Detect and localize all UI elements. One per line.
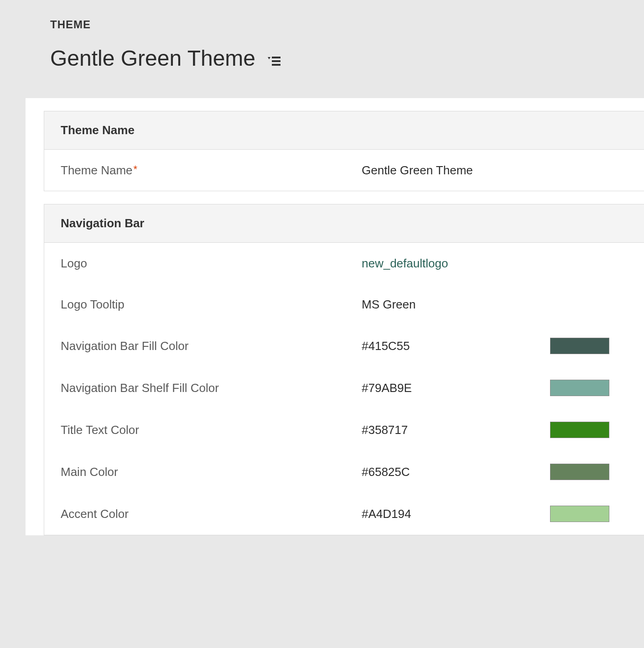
page-header: THEME Gentle Green Theme	[0, 0, 644, 98]
field-theme-name: Theme Name* Gentle Green Theme	[44, 150, 644, 191]
field-logo: Logo new_defaultlogo	[44, 243, 644, 284]
field-label-main-color: Main Color	[61, 465, 362, 479]
field-main-color: Main Color #65825C	[44, 451, 644, 493]
field-value-nav-shelf-fill-color[interactable]: #79AB9E	[362, 380, 628, 396]
field-label-nav-fill-color: Navigation Bar Fill Color	[61, 339, 362, 353]
svg-marker-0	[268, 57, 270, 59]
value-text-nav-fill-color: #415C55	[362, 339, 550, 353]
svg-rect-3	[272, 64, 280, 66]
field-title-text-color: Title Text Color #358717	[44, 409, 644, 451]
swatch-nav-shelf-fill-color[interactable]	[550, 380, 609, 396]
field-label-accent-color: Accent Color	[61, 507, 362, 521]
field-label-logo: Logo	[61, 256, 362, 271]
page-title: Gentle Green Theme	[50, 46, 255, 71]
value-text-title-text-color: #358717	[362, 423, 550, 437]
svg-rect-2	[272, 60, 280, 62]
svg-rect-1	[272, 57, 280, 58]
required-asterisk: *	[134, 163, 138, 175]
field-value-accent-color[interactable]: #A4D194	[362, 506, 628, 522]
section-theme-name: Theme Name Theme Name* Gentle Green Them…	[44, 111, 644, 191]
swatch-accent-color[interactable]	[550, 506, 609, 522]
field-value-nav-fill-color[interactable]: #415C55	[362, 338, 628, 354]
section-body-theme-name: Theme Name* Gentle Green Theme	[44, 150, 644, 191]
field-nav-shelf-fill-color: Navigation Bar Shelf Fill Color #79AB9E	[44, 367, 644, 409]
swatch-title-text-color[interactable]	[550, 422, 609, 438]
field-label-nav-shelf-fill-color: Navigation Bar Shelf Fill Color	[61, 381, 362, 395]
value-text-main-color: #65825C	[362, 465, 550, 479]
section-body-navigation-bar: Logo new_defaultlogo Logo Tooltip MS Gre…	[44, 243, 644, 535]
field-label-logo-tooltip: Logo Tooltip	[61, 298, 362, 312]
breadcrumb[interactable]: THEME	[50, 18, 644, 31]
field-value-title-text-color[interactable]: #358717	[362, 422, 628, 438]
field-accent-color: Accent Color #A4D194	[44, 493, 644, 535]
content-area: Theme Name Theme Name* Gentle Green Them…	[26, 98, 644, 535]
swatch-nav-fill-color[interactable]	[550, 338, 609, 354]
field-value-main-color[interactable]: #65825C	[362, 464, 628, 480]
field-value-theme-name[interactable]: Gentle Green Theme	[362, 163, 628, 178]
section-header-navigation-bar[interactable]: Navigation Bar	[44, 204, 644, 243]
label-text-theme-name: Theme Name	[61, 163, 133, 177]
field-value-logo[interactable]: new_defaultlogo	[362, 256, 628, 271]
value-text-accent-color: #A4D194	[362, 507, 550, 521]
field-logo-tooltip: Logo Tooltip MS Green	[44, 284, 644, 325]
field-value-logo-tooltip[interactable]: MS Green	[362, 298, 628, 312]
field-label-theme-name: Theme Name*	[61, 163, 362, 178]
related-menu-icon[interactable]	[267, 54, 281, 68]
section-header-theme-name[interactable]: Theme Name	[44, 111, 644, 150]
page-title-row: Gentle Green Theme	[50, 46, 644, 71]
value-text-nav-shelf-fill-color: #79AB9E	[362, 381, 550, 395]
field-label-title-text-color: Title Text Color	[61, 423, 362, 437]
section-navigation-bar: Navigation Bar Logo new_defaultlogo Logo…	[44, 204, 644, 535]
field-nav-fill-color: Navigation Bar Fill Color #415C55	[44, 325, 644, 367]
swatch-main-color[interactable]	[550, 464, 609, 480]
